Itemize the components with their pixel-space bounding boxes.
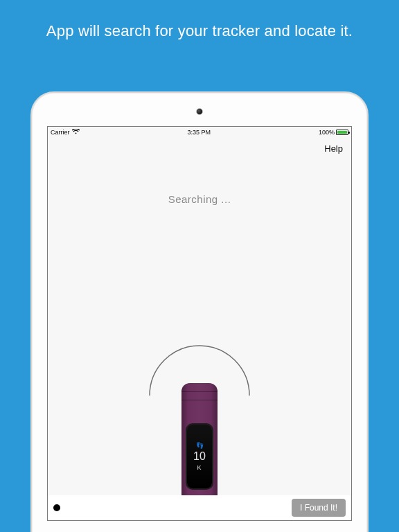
tracker-unit: K [197,464,202,471]
found-it-button[interactable]: I Found It! [292,499,346,517]
bottom-bar: I Found It! [48,495,351,520]
help-button[interactable]: Help [324,143,343,154]
footsteps-icon: 👣 [196,442,203,449]
battery-icon [336,130,348,135]
page-dot-indicator [53,504,60,511]
nav-bar: Help [48,138,351,159]
searching-label: Searching ... [48,193,351,205]
statusbar-time: 3:35 PM [187,129,211,136]
status-bar: Carrier 3:35 PM 100% [48,127,351,138]
app-screen: Carrier 3:35 PM 100% Help Searching ... [47,126,352,521]
wifi-icon [72,129,80,136]
battery-percent: 100% [319,129,335,136]
promo-headline: App will search for your tracker and loc… [0,0,399,40]
tracker-screen: 👣 10 K [187,425,212,488]
tracker-value: 10 [193,451,206,462]
tablet-frame: Carrier 3:35 PM 100% Help Searching ... [30,91,369,532]
carrier-label: Carrier [51,129,70,136]
tablet-camera-icon [196,108,203,115]
battery-indicator: 100% [319,129,348,136]
